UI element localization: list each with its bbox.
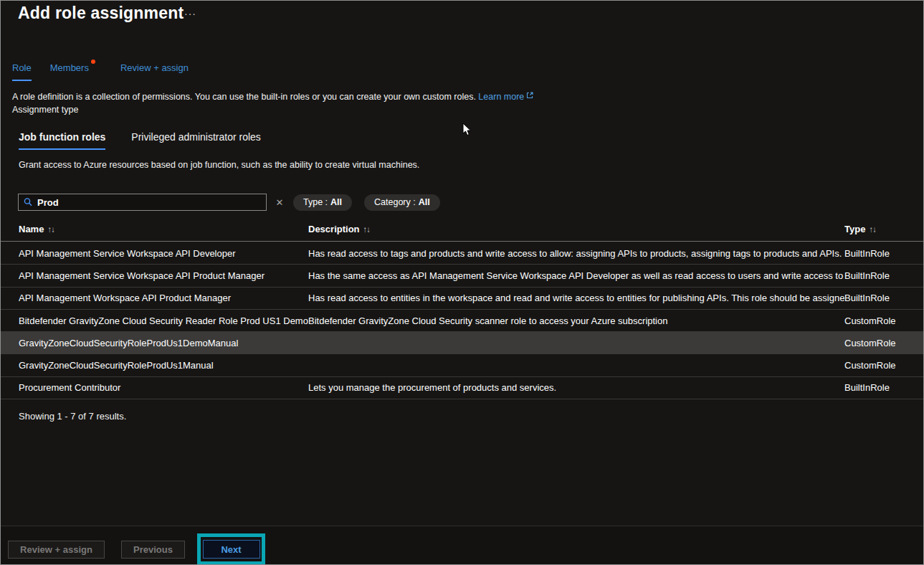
table-row[interactable]: Procurement Contributor Lets you manage … xyxy=(1,377,923,399)
role-name: Bitdefender GravityZone Cloud Security R… xyxy=(19,315,308,326)
role-search-box[interactable] xyxy=(18,194,267,211)
tab-members-label: Members xyxy=(50,62,89,73)
role-description: Has read access to entities in the works… xyxy=(308,293,844,303)
role-name: Procurement Contributor xyxy=(19,382,308,393)
mouse-cursor xyxy=(462,123,472,137)
tab-role[interactable]: Role xyxy=(12,62,32,81)
clear-search-button[interactable]: ✕ xyxy=(273,197,286,208)
roles-table-body: API Management Service Workspace API Dev… xyxy=(1,242,923,399)
table-row[interactable]: API Management Service Workspace API Dev… xyxy=(1,242,923,265)
role-name: GravityZoneCloudSecurityRoleProdUs1Manua… xyxy=(19,360,308,371)
role-type: BuiltInRole xyxy=(844,270,923,281)
tab-members[interactable]: Members xyxy=(50,62,89,80)
role-description: Lets you manage the procurement of produ… xyxy=(308,382,844,393)
sort-arrows-icon: ↑↓ xyxy=(47,225,54,234)
roles-table-header: Name↑↓ Description↑↓ Type↑↓ xyxy=(1,217,923,242)
table-row[interactable]: API Management Workspace API Product Man… xyxy=(1,288,923,310)
learn-more-link[interactable]: Learn more xyxy=(478,92,533,102)
role-type: BuiltInRole xyxy=(844,293,923,303)
role-type: CustomRole xyxy=(844,360,923,371)
role-type: BuiltInRole xyxy=(844,248,923,259)
next-button-highlight-annotation: Next xyxy=(197,533,265,565)
assignment-type-label: Assignment type xyxy=(12,105,78,115)
role-description: Has the same access as API Management Se… xyxy=(308,270,844,281)
assignment-type-pivot: Job function roles Privileged administra… xyxy=(19,131,261,150)
table-row[interactable]: GravityZoneCloudSecurityRoleProdUs1Manua… xyxy=(1,354,923,376)
role-description: Has read access to tags and products and… xyxy=(308,248,844,259)
job-function-description: Grant access to Azure resources based on… xyxy=(19,160,419,170)
filter-type-name: Type : xyxy=(303,197,328,207)
page-title: Add role assignment xyxy=(18,4,184,23)
add-role-assignment-blade: Add role assignment ··· Role Members Rev… xyxy=(0,0,924,565)
search-icon xyxy=(23,197,33,207)
role-name: GravityZoneCloudSecurityRoleProdUs1DemoM… xyxy=(19,338,308,348)
next-button[interactable]: Next xyxy=(203,540,260,559)
table-row-selected[interactable]: GravityZoneCloudSecurityRoleProdUs1DemoM… xyxy=(1,332,923,354)
filter-category-name: Category : xyxy=(374,197,416,207)
column-header-name[interactable]: Name↑↓ xyxy=(19,224,308,234)
intro-text: A role definition is a collection of per… xyxy=(12,92,476,102)
column-header-description[interactable]: Description↑↓ xyxy=(308,224,844,234)
search-filter-row: ✕ Type :All Category :All xyxy=(18,194,440,211)
results-summary: Showing 1 - 7 of 7 results. xyxy=(19,411,126,422)
members-unsaved-dot-icon xyxy=(91,60,95,64)
search-input[interactable] xyxy=(37,197,262,208)
role-type: CustomRole xyxy=(844,338,923,348)
role-description: Bitdefender GravityZone Cloud Security s… xyxy=(308,315,844,326)
sort-arrows-icon: ↑↓ xyxy=(363,225,371,234)
role-name: API Management Service Workspace API Dev… xyxy=(19,248,308,259)
column-header-type[interactable]: Type↑↓ xyxy=(844,224,923,234)
external-link-icon xyxy=(526,92,533,99)
role-type: BuiltInRole xyxy=(844,382,923,393)
filter-category-value: All xyxy=(419,197,430,207)
filter-category-pill[interactable]: Category :All xyxy=(364,194,440,211)
role-type: CustomRole xyxy=(844,315,923,326)
table-row[interactable]: Bitdefender GravityZone Cloud Security R… xyxy=(1,310,923,332)
wizard-tab-bar: Role Members Review + assign xyxy=(12,62,189,81)
more-menu-button[interactable]: ··· xyxy=(184,8,196,19)
previous-button[interactable]: Previous xyxy=(121,541,185,559)
tab-review-assign[interactable]: Review + assign xyxy=(120,62,189,80)
table-row[interactable]: API Management Service Workspace API Pro… xyxy=(1,265,923,287)
role-name: API Management Workspace API Product Man… xyxy=(19,293,308,303)
role-definition-description: A role definition is a collection of per… xyxy=(12,92,533,102)
wizard-footer: Review + assign Previous Next xyxy=(1,526,923,564)
role-name: API Management Service Workspace API Pro… xyxy=(19,270,308,281)
filter-type-pill[interactable]: Type :All xyxy=(293,194,352,211)
review-assign-button[interactable]: Review + assign xyxy=(8,541,105,559)
tab-job-function-roles[interactable]: Job function roles xyxy=(19,131,105,150)
filter-type-value: All xyxy=(330,197,342,207)
tab-privileged-administrator-roles[interactable]: Privileged administrator roles xyxy=(131,131,261,150)
sort-arrows-icon: ↑↓ xyxy=(869,225,876,234)
